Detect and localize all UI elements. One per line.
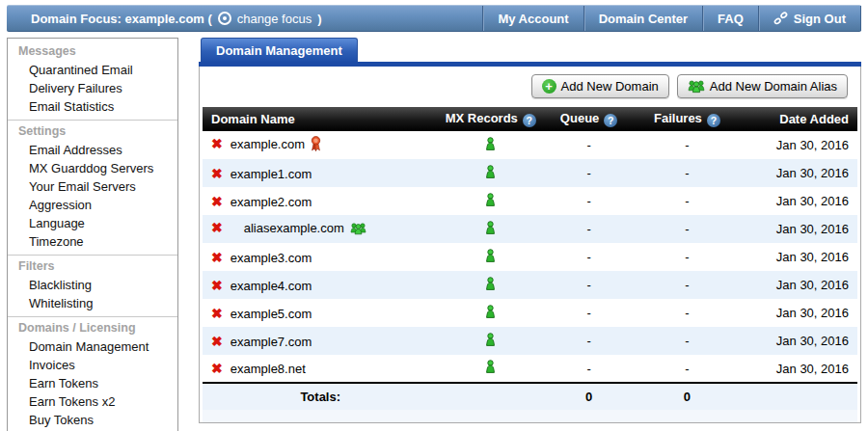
delete-domain-icon[interactable]: ✖ bbox=[211, 334, 223, 349]
domains-table: Domain Name MX Records? Queue? Failures? bbox=[203, 107, 857, 410]
totals-label: Totals: bbox=[203, 383, 438, 410]
failures-value: - bbox=[635, 299, 740, 327]
sidebar-item-invoices[interactable]: Invoices bbox=[8, 356, 177, 374]
help-icon[interactable]: ? bbox=[707, 114, 720, 127]
totals-row: Totals: 0 0 bbox=[203, 383, 857, 410]
nav-sign-out[interactable]: Sign Out bbox=[758, 6, 861, 31]
date-added: Jan 30, 2016 bbox=[740, 215, 857, 243]
sidebar-item-earn-tokens-x2[interactable]: Earn Tokens x2 bbox=[8, 392, 177, 411]
nav-my-account[interactable]: My Account bbox=[482, 6, 583, 31]
top-nav: My Account Domain Center FAQ Sign Out bbox=[482, 6, 861, 31]
domain-row-example1-com: ✖example1.com--Jan 30, 2016 bbox=[203, 159, 857, 187]
col-failures: Failures? bbox=[635, 107, 740, 131]
mx-status-person-icon[interactable] bbox=[484, 221, 497, 238]
sidebar-item-email-addresses[interactable]: Email Addresses bbox=[8, 141, 177, 159]
sidebar-item-domain-management[interactable]: Domain Management bbox=[8, 337, 177, 356]
sidebar-section-messages: Messages bbox=[8, 40, 177, 61]
queue-value: - bbox=[543, 159, 635, 187]
main-area: Domain Management + Add New Domain bbox=[199, 38, 861, 423]
mx-status-person-icon[interactable] bbox=[484, 305, 497, 322]
queue-value: - bbox=[543, 299, 635, 327]
delete-domain-icon[interactable]: ✖ bbox=[211, 166, 223, 181]
delete-domain-icon[interactable]: ✖ bbox=[211, 250, 223, 265]
sidebar-item-mx-guarddog-servers[interactable]: MX Guarddog Servers bbox=[8, 159, 177, 177]
delete-domain-icon[interactable]: ✖ bbox=[211, 194, 223, 209]
button-label: Add New Domain Alias bbox=[710, 79, 837, 94]
mx-status-person-icon[interactable] bbox=[484, 137, 497, 154]
column-label: Queue bbox=[560, 111, 599, 125]
help-icon[interactable]: ? bbox=[604, 114, 617, 127]
delete-domain-icon[interactable]: ✖ bbox=[211, 136, 223, 151]
date-added: Jan 30, 2016 bbox=[740, 355, 857, 383]
failures-value: - bbox=[635, 187, 740, 215]
alias-group-icon bbox=[350, 224, 366, 238]
action-buttons: + Add New Domain bbox=[203, 74, 857, 107]
help-icon[interactable]: ? bbox=[523, 114, 536, 127]
domain-row-example2-com: ✖example2.com--Jan 30, 2016 bbox=[203, 187, 857, 215]
sidebar-item-whitelisting[interactable]: Whitelisting bbox=[8, 294, 177, 312]
delete-domain-icon[interactable]: ✖ bbox=[211, 278, 223, 293]
column-label: Date Added bbox=[779, 112, 849, 126]
totals-failures: 0 bbox=[635, 383, 740, 410]
delete-domain-icon[interactable]: ✖ bbox=[211, 220, 223, 235]
sidebar-item-your-email-servers[interactable]: Your Email Servers bbox=[8, 177, 177, 196]
group-icon bbox=[688, 79, 705, 94]
domain-row-example8-net: ✖example8.net--Jan 30, 2016 bbox=[203, 355, 857, 383]
sidebar-item-quarantined-email[interactable]: Quarantined Email bbox=[8, 61, 177, 79]
sidebar-item-blacklisting[interactable]: Blacklisting bbox=[8, 276, 177, 294]
mx-status-person-icon[interactable] bbox=[484, 277, 497, 294]
sidebar-item-delivery-failures[interactable]: Delivery Failures bbox=[8, 79, 177, 97]
domain-name: example4.com bbox=[231, 279, 312, 293]
sidebar-item-email-statistics[interactable]: Email Statistics bbox=[8, 97, 177, 116]
tab-domain-management[interactable]: Domain Management bbox=[201, 38, 358, 62]
sidebar-section-filters: Filters bbox=[8, 256, 177, 276]
sidebar-item-earn-tokens[interactable]: Earn Tokens bbox=[8, 374, 177, 392]
delete-domain-icon[interactable]: ✖ bbox=[211, 306, 223, 321]
domain-focus-label-close: ) bbox=[317, 12, 321, 26]
domain-name: example.com bbox=[231, 137, 305, 151]
domain-name: example8.net bbox=[231, 362, 306, 376]
date-added: Jan 30, 2016 bbox=[740, 159, 857, 187]
sidebar-item-timezone[interactable]: Timezone bbox=[8, 232, 177, 251]
mx-status-person-icon[interactable] bbox=[484, 165, 497, 182]
change-focus-link[interactable]: change focus bbox=[237, 12, 312, 26]
sidebar-item-buy-tokens[interactable]: Buy Tokens bbox=[8, 411, 177, 429]
failures-value: - bbox=[635, 355, 740, 383]
failures-value: - bbox=[635, 327, 740, 355]
panel-bottom-spacer bbox=[203, 410, 857, 422]
nav-faq[interactable]: FAQ bbox=[702, 6, 758, 31]
sidebar: MessagesQuarantined EmailDelivery Failur… bbox=[7, 38, 178, 431]
certified-ribbon-icon bbox=[311, 140, 321, 154]
domain-management-panel: + Add New Domain bbox=[199, 67, 861, 423]
domain-row-example4-com: ✖example4.com--Jan 30, 2016 bbox=[203, 271, 857, 299]
mx-status-person-icon[interactable] bbox=[484, 193, 497, 210]
queue-value: - bbox=[543, 327, 635, 355]
mx-status-person-icon[interactable] bbox=[484, 333, 497, 350]
sidebar-item-language[interactable]: Language bbox=[8, 214, 177, 232]
add-new-domain-alias-button[interactable]: Add New Domain Alias bbox=[677, 74, 848, 98]
col-domain-name: Domain Name bbox=[203, 107, 438, 131]
queue-value: - bbox=[543, 215, 635, 243]
mx-status-person-icon[interactable] bbox=[484, 249, 497, 266]
date-added: Jan 30, 2016 bbox=[740, 271, 857, 299]
nav-domain-center[interactable]: Domain Center bbox=[583, 6, 702, 31]
domain-row-example-com: ✖example.com--Jan 30, 2016 bbox=[203, 131, 857, 159]
domain-row-example5-com: ✖example5.com--Jan 30, 2016 bbox=[203, 299, 857, 327]
domain-name: aliasexample.com bbox=[244, 221, 344, 235]
table-header-row: Domain Name MX Records? Queue? Failures? bbox=[203, 107, 857, 131]
sidebar-item-aggression[interactable]: Aggression bbox=[8, 196, 177, 214]
add-new-domain-button[interactable]: + Add New Domain bbox=[531, 74, 669, 98]
failures-value: - bbox=[635, 159, 740, 187]
nav-label: FAQ bbox=[718, 12, 744, 26]
domain-row-example7-com: ✖example7.com--Jan 30, 2016 bbox=[203, 327, 857, 355]
domain-name: example2.com bbox=[231, 195, 312, 209]
mx-status-person-icon[interactable] bbox=[484, 360, 497, 377]
change-focus-icon[interactable] bbox=[218, 12, 231, 25]
date-added: Jan 30, 2016 bbox=[740, 243, 857, 271]
column-label: MX Records bbox=[446, 111, 518, 125]
domain-name: example5.com bbox=[231, 307, 312, 321]
queue-value: - bbox=[543, 271, 635, 299]
delete-domain-icon[interactable]: ✖ bbox=[211, 361, 223, 376]
column-label: Domain Name bbox=[211, 112, 295, 126]
add-icon: + bbox=[542, 79, 556, 94]
